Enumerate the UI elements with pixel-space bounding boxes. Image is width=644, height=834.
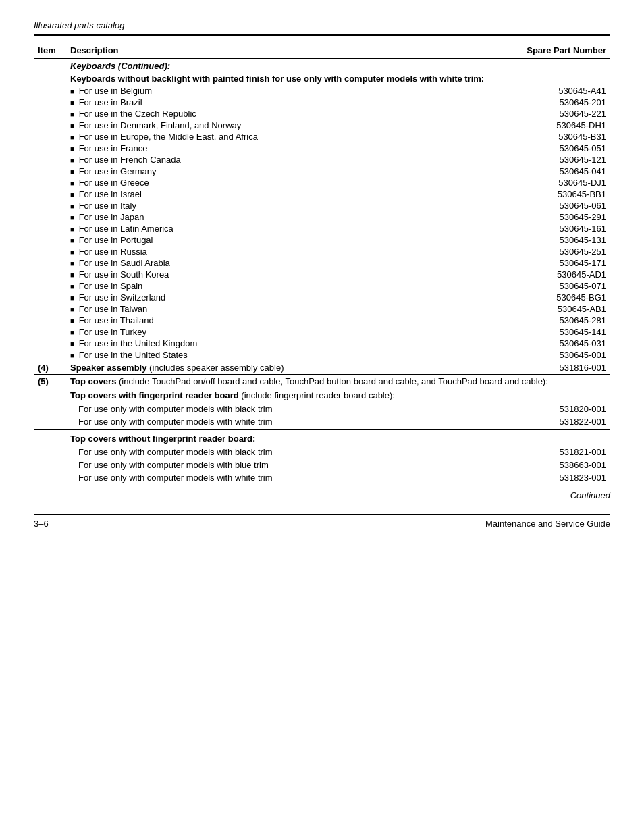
keyboard-item-italy: ■For use in Italy 530645-061 [34,200,610,211]
bullet-icon: ■ [70,225,75,233]
keyboard-item-denmark: ■For use in Denmark, Finland, and Norway… [34,120,610,131]
keyboard-item-us: ■For use in the United States 530645-001 [34,349,610,361]
bullet-icon: ■ [70,259,75,267]
row4-part: 531816-001 [502,361,610,375]
row4: (4) Speaker assembly (includes speaker a… [34,361,610,375]
bullet-icon: ■ [70,110,75,118]
keyboard-item-taiwan: ■For use in Taiwan 530645-AB1 [34,303,610,315]
fp-white-label: For use only with computer models with w… [66,415,502,430]
keyboard-item-latin-america: ■For use in Latin America 530645-161 [34,223,610,234]
keyboard-item-spain: ■For use in Spain 530645-071 [34,280,610,292]
keyboard-item-south-korea: ■For use in South Korea 530645-AD1 [34,269,610,280]
fp-white-part: 531822-001 [502,415,610,430]
keyboard-item-french-canada: ■For use in French Canada 530645-121 [34,154,610,165]
bullet-icon: ■ [70,294,75,302]
bullet-icon: ■ [70,179,75,187]
continued-label: Continued [34,486,610,500]
parts-table: Item Description Spare Part Number Keybo… [34,43,610,486]
no-fp-white: For use only with computer models with w… [34,471,610,486]
bullet-icon: ■ [70,305,75,313]
keyboards-continued-label: Keyboards (Continued): [66,59,610,72]
keyboard-item-germany: ■For use in Germany 530645-041 [34,165,610,177]
footer-left: 3–6 [34,519,49,529]
keyboards-subtitle-row: Keyboards without backlight with painted… [34,72,610,85]
no-fp-subtitle: Top covers without fingerprint reader bo… [66,430,610,446]
bullet-icon: ■ [70,271,75,279]
row5-label: Top covers [70,376,116,386]
bullet-icon: ■ [70,87,75,95]
no-fp-subtitle-row: Top covers without fingerprint reader bo… [34,430,610,446]
keyboard-item-saudi: ■For use in Saudi Arabia 530645-171 [34,257,610,269]
no-fp-black: For use only with computer models with b… [34,446,610,459]
bullet-icon: ■ [70,202,75,210]
keyboard-item-uk: ■For use in the United Kingdom 530645-03… [34,338,610,349]
fp-subtitle-bold: Top covers with fingerprint reader board [70,390,239,400]
row4-item: (4) [34,361,66,375]
keyboard-item-france: ■For use in France 530645-051 [34,142,610,154]
bullet-icon: ■ [70,145,75,153]
keyboard-item-switzerland: ■For use in Switzerland 530645-BG1 [34,292,610,303]
keyboard-item-thailand: ■For use in Thailand 530645-281 [34,315,610,326]
fp-subtitle-suffix: (include fingerprint reader board cable)… [239,390,395,400]
page-header: Illustrated parts catalog [34,20,610,36]
row5-item: (5) [34,375,66,388]
bullet-icon: ■ [70,248,75,256]
bullet-icon: ■ [70,167,75,176]
no-fp-blue-part: 538663-001 [502,459,610,471]
row4-label: Speaker assembly [70,363,146,373]
keyboards-continued-row: Keyboards (Continued): [34,59,610,72]
bullet-icon: ■ [70,328,75,336]
fp-black-part: 531820-001 [502,402,610,415]
keyboard-item-portugal: ■For use in Portugal 530645-131 [34,234,610,246]
bullet-icon: ■ [70,190,75,199]
bullet-icon: ■ [70,317,75,325]
keyboard-item-belgium: ■For use in Belgium 530645-A41 [34,85,610,97]
keyboard-item-turkey: ■For use in Turkey 530645-141 [34,326,610,338]
keyboard-item-russia: ■For use in Russia 530645-251 [34,246,610,257]
bullet-icon: ■ [70,156,75,164]
no-fp-black-part: 531821-001 [502,446,610,459]
row4-suffix: (includes speaker assembly cable) [146,363,284,373]
footer-right: Maintenance and Service Guide [485,519,610,529]
no-fp-white-part: 531823-001 [502,471,610,486]
page-footer: 3–6 Maintenance and Service Guide [34,514,610,529]
item-cell-empty [34,59,66,72]
bullet-icon: ■ [70,340,75,348]
bullet-icon: ■ [70,99,75,107]
fp-black-label: For use only with computer models with b… [66,402,502,415]
keyboard-item-europe: ■For use in Europe, the Middle East, and… [34,131,610,142]
fp-black: For use only with computer models with b… [34,402,610,415]
bullet-icon: ■ [70,133,75,141]
keyboards-subtitle: Keyboards without backlight with painted… [66,72,610,85]
keyboard-item-israel: ■For use in Israel 530645-BB1 [34,188,610,200]
no-fp-white-label: For use only with computer models with w… [66,471,502,486]
no-fp-black-label: For use only with computer models with b… [66,446,502,459]
fp-white: For use only with computer models with w… [34,415,610,430]
row5: (5) Top covers (include TouchPad on/off … [34,375,610,388]
row5-suffix: (include TouchPad on/off board and cable… [116,376,547,386]
bullet-icon: ■ [70,213,75,221]
keyboard-item-brazil: ■For use in Brazil 530645-201 [34,97,610,108]
keyboard-item-japan: ■For use in Japan 530645-291 [34,211,610,223]
keyboard-item-czech: ■For use in the Czech Republic 530645-22… [34,108,610,120]
col-header-desc: Description [66,43,502,59]
col-header-item: Item [34,43,66,59]
bullet-icon: ■ [70,351,75,359]
bullet-icon: ■ [70,122,75,130]
no-fp-blue: For use only with computer models with b… [34,459,610,471]
bullet-icon: ■ [70,236,75,244]
fp-subtitle-row: Top covers with fingerprint reader board… [34,388,610,402]
page-header-title: Illustrated parts catalog [34,20,124,30]
no-fp-blue-label: For use only with computer models with b… [66,459,502,471]
bullet-icon: ■ [70,282,75,290]
col-header-spare: Spare Part Number [502,43,610,59]
keyboard-item-greece: ■For use in Greece 530645-DJ1 [34,177,610,188]
